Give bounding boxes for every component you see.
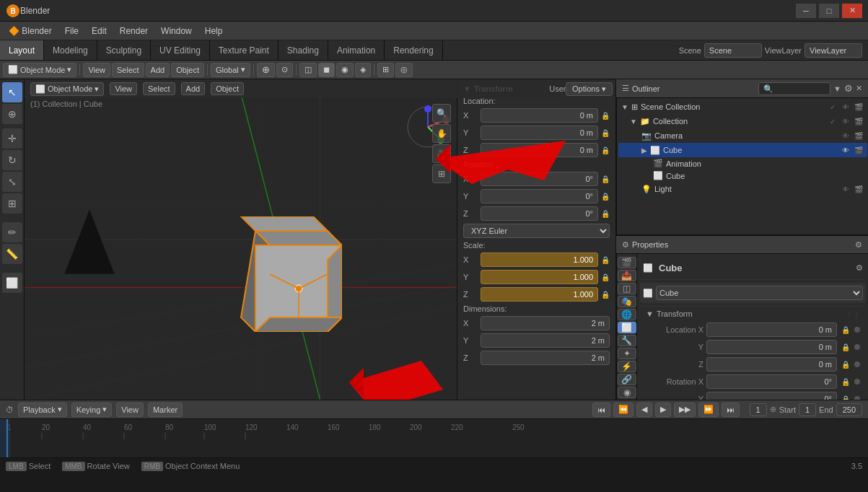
data-name-dropdown[interactable]: Cube: [656, 286, 863, 300]
menu-window[interactable]: Window: [155, 25, 198, 38]
measure-button[interactable]: 📏: [2, 244, 22, 264]
menu-render[interactable]: Render: [114, 25, 154, 38]
viewlayer-input[interactable]: [805, 43, 862, 58]
tab-shading[interactable]: Shading: [279, 40, 328, 60]
dim-y-value[interactable]: 2 m: [481, 333, 610, 348]
outliner-search[interactable]: [758, 82, 830, 95]
timeline-track[interactable]: 1 20 40 60 80 100 120 140 160 180 200 22…: [0, 419, 868, 457]
outliner-menu-button[interactable]: ⚙: [844, 83, 853, 94]
tab-sculpting[interactable]: Sculpting: [97, 40, 151, 60]
eye-button[interactable]: 👁: [840, 101, 851, 113]
maximize-button[interactable]: □: [819, 4, 839, 18]
prop-tab-scene[interactable]: 🎭: [618, 296, 636, 307]
rotate-tool-button[interactable]: ↻: [2, 150, 22, 170]
tab-modeling[interactable]: Modeling: [44, 40, 97, 60]
viewport-mode-button[interactable]: ⬜ Object Mode ▾: [30, 82, 104, 96]
xray-button[interactable]: ◎: [395, 63, 413, 77]
step-back-button[interactable]: ⏪: [613, 403, 634, 417]
prop-rot-x-value[interactable]: 0°: [706, 374, 837, 389]
marker-button[interactable]: Marker: [148, 403, 183, 417]
play-button[interactable]: ▶: [655, 403, 671, 417]
end-frame[interactable]: 250: [836, 403, 862, 416]
dim-x-value[interactable]: 2 m: [481, 316, 610, 330]
viewport-shading-material[interactable]: ◉: [336, 63, 354, 77]
prop-tab-view[interactable]: ◫: [618, 283, 636, 294]
proportional-edit-button[interactable]: ⊙: [276, 63, 293, 77]
rot-z-value[interactable]: 0°: [481, 206, 598, 221]
prop-tab-data[interactable]: ◉: [618, 387, 636, 398]
menu-file[interactable]: File: [59, 25, 84, 38]
properties-menu-button[interactable]: ⚙: [855, 240, 862, 250]
zoom-in-button[interactable]: 🔍: [432, 104, 451, 123]
transform-tool-button[interactable]: ⊞: [2, 193, 22, 214]
prop-loc-z-value[interactable]: 0 m: [706, 357, 837, 372]
prop-rot-y-value[interactable]: 0°: [706, 392, 837, 400]
prop-tab-world[interactable]: 🌐: [618, 309, 636, 320]
hand-pan-button[interactable]: ✋: [432, 124, 451, 143]
collection-check-button[interactable]: ✓: [827, 115, 838, 127]
collection-eye-button[interactable]: 👁: [840, 115, 851, 127]
scale-x-value[interactable]: 1.000: [481, 252, 598, 267]
object-button[interactable]: Object: [171, 63, 204, 77]
prop-loc-y-value[interactable]: 0 m: [706, 340, 837, 354]
outliner-filter-button[interactable]: ▼: [833, 84, 841, 93]
tab-uv-editing[interactable]: UV Editing: [151, 40, 210, 60]
prop-tab-particles[interactable]: ✦: [618, 348, 636, 359]
viewport[interactable]: ⬜ Object Mode ▾ View Select Add Object U…: [25, 79, 615, 400]
minimize-button[interactable]: ─: [796, 4, 816, 18]
menu-blender[interactable]: 🔶 Blender: [3, 25, 58, 38]
outliner-camera[interactable]: 📷 Camera 👁 🎬: [618, 128, 867, 143]
select-tool-button[interactable]: ↖: [2, 82, 22, 102]
jump-start-button[interactable]: ⏮: [592, 403, 610, 417]
rot-y-value[interactable]: 0°: [481, 189, 598, 203]
prop-tab-constraint[interactable]: 🔗: [618, 374, 636, 385]
outliner-light[interactable]: 💡 Light 👁 🎬: [618, 182, 867, 196]
outliner-cube[interactable]: ▶ ⬜ Cube 👁 🎬: [618, 143, 867, 157]
prop-tab-output[interactable]: 📤: [618, 270, 636, 281]
view-mode-button[interactable]: ⬜ Object Mode ▾: [3, 63, 76, 77]
tab-animation[interactable]: Animation: [328, 40, 385, 60]
viewport-shading-wire[interactable]: ◫: [299, 63, 317, 77]
light-eye-button[interactable]: 👁: [840, 183, 851, 195]
prev-keyframe-button[interactable]: ◀: [636, 403, 652, 417]
scale-y-value[interactable]: 1.000: [481, 270, 598, 284]
object-settings-button[interactable]: ⚙: [856, 263, 863, 273]
next-keyframe-button[interactable]: ▶▶: [674, 403, 696, 417]
render-region-button[interactable]: ⊞: [432, 164, 451, 183]
outliner-collection[interactable]: ▼ 📁 Collection ✓ 👁 🎬: [618, 114, 867, 128]
move-tool-button[interactable]: ✛: [2, 128, 22, 149]
tab-layout[interactable]: Layout: [0, 40, 44, 60]
cursor-tool-button[interactable]: ⊕: [2, 104, 22, 124]
close-button[interactable]: ✕: [842, 4, 862, 18]
viewport-select-button[interactable]: Select: [143, 82, 175, 95]
tab-texture-paint[interactable]: Texture Paint: [210, 40, 279, 60]
prop-loc-x-value[interactable]: 0 m: [706, 322, 837, 337]
outliner-animation[interactable]: 🎬 Animation: [618, 157, 867, 170]
options-button[interactable]: Options ▾: [566, 82, 613, 96]
camera-eye-button[interactable]: 👁: [840, 130, 851, 141]
cube-render-button[interactable]: 🎬: [853, 144, 864, 156]
viewport-shading-solid[interactable]: ◼: [318, 63, 335, 77]
global-button[interactable]: Global ▾: [211, 63, 250, 77]
prop-tab-modifier[interactable]: 🔧: [618, 335, 636, 346]
outliner-cube-child[interactable]: ⬜ Cube: [618, 170, 867, 182]
render-button[interactable]: 🎬: [853, 101, 864, 113]
viewport-shading-render[interactable]: ◈: [355, 63, 371, 77]
camera-render-button[interactable]: 🎬: [853, 130, 864, 141]
visibility-button[interactable]: ✓: [827, 101, 838, 113]
loc-x-value[interactable]: 0 m: [481, 108, 598, 123]
view-button[interactable]: View: [83, 63, 110, 77]
prop-tab-object[interactable]: ⬜: [618, 322, 636, 333]
collection-render-button[interactable]: 🎬: [853, 115, 864, 127]
tab-rendering[interactable]: Rendering: [385, 40, 442, 60]
dim-z-value[interactable]: 2 m: [481, 351, 610, 365]
loc-y-value[interactable]: 0 m: [481, 126, 598, 140]
timeline-view-button[interactable]: View: [116, 403, 144, 417]
viewport-add-button[interactable]: Add: [181, 82, 206, 95]
loc-z-value[interactable]: 0 m: [481, 143, 598, 157]
overlay-button[interactable]: ⊞: [377, 63, 394, 77]
outliner-close-button[interactable]: ✕: [856, 84, 862, 93]
menu-help[interactable]: Help: [199, 25, 229, 38]
select-button[interactable]: Select: [112, 63, 144, 77]
scene-input[interactable]: [704, 43, 762, 58]
